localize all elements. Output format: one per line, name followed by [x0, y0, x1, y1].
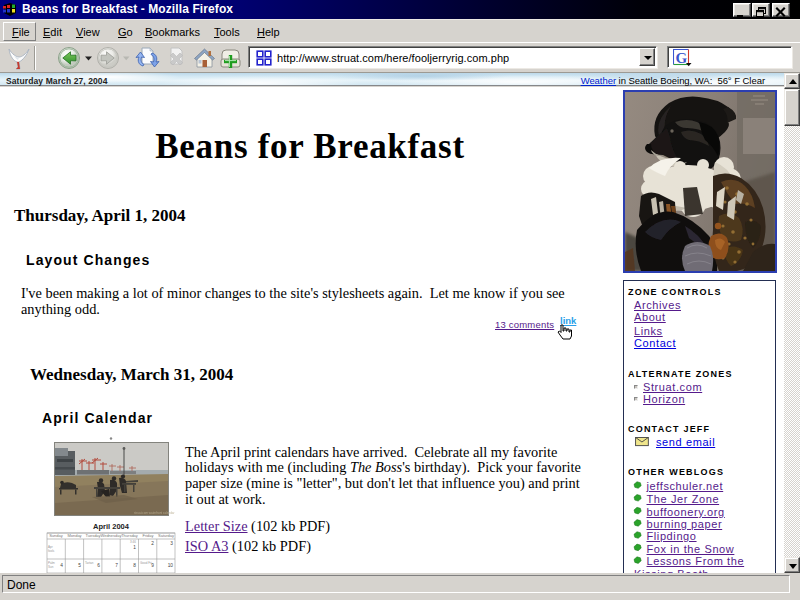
svg-text:Wednesday: Wednesday: [100, 533, 121, 538]
svg-text:6: 6: [97, 563, 100, 568]
svg-text:Thursday: Thursday: [121, 533, 138, 538]
svg-text:April 2004: April 2004: [93, 522, 130, 531]
svg-text:Friday: Friday: [142, 533, 153, 538]
svg-text:7: 7: [115, 563, 118, 568]
svg-text:Good Fri: Good Fri: [140, 561, 152, 565]
svg-text:struat.com waterfront calendar: struat.com waterfront calendar: [134, 511, 175, 515]
svg-text:9: 9: [151, 563, 154, 568]
svg-text:G: G: [676, 50, 688, 66]
svg-text:3: 3: [170, 541, 173, 546]
svg-text:10: 10: [168, 563, 174, 568]
svg-text:Saturday: Saturday: [158, 533, 174, 538]
svg-text:Tuesday: Tuesday: [85, 533, 100, 538]
svg-text:Sun: Sun: [48, 565, 54, 569]
svg-text:Monday: Monday: [67, 533, 81, 538]
svg-text:Sunday: Sunday: [49, 533, 63, 538]
svg-text:3:46: 3:46: [130, 540, 136, 544]
svg-text:Tartan: Tartan: [85, 561, 94, 565]
svg-text:fools: fools: [48, 549, 55, 553]
svg-text:8: 8: [133, 563, 136, 568]
svg-text:1: 1: [133, 545, 136, 550]
svg-text:2: 2: [151, 541, 154, 546]
svg-text:5: 5: [78, 563, 81, 568]
svg-text:4: 4: [60, 563, 63, 568]
